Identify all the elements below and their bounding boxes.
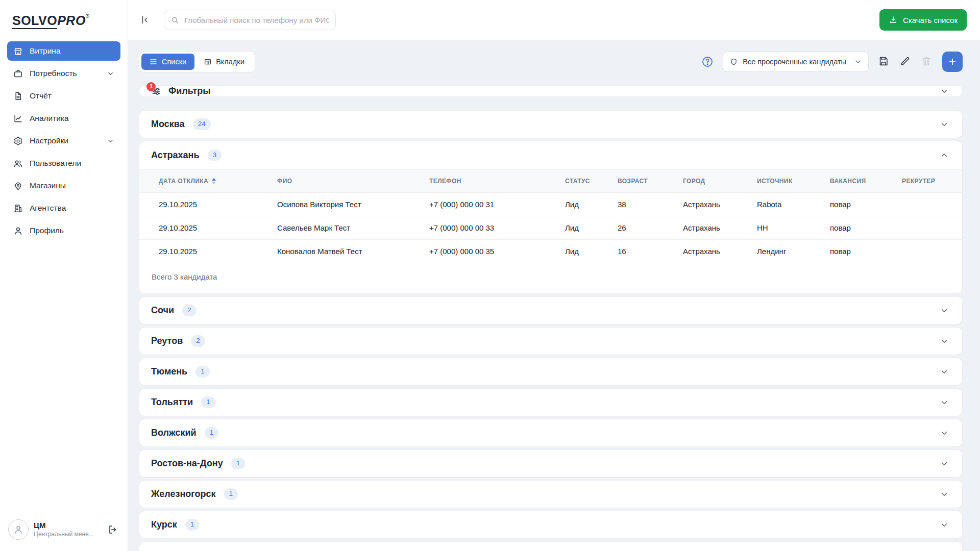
group-moskva[interactable]: Москва 24 (139, 110, 963, 138)
group-title: Астрахань (151, 150, 200, 161)
chevron-down-icon (940, 520, 949, 530)
column-header-date[interactable]: ДАТА ОТКЛИКА (139, 169, 277, 193)
sidebar-item-polzovateli[interactable]: Пользователи (7, 154, 120, 173)
sidebar-item-profil[interactable]: Профиль (7, 221, 120, 240)
group-tolyatti[interactable]: Тольятти 1 (139, 388, 963, 416)
sidebar-item-label: Настройки (30, 136, 68, 145)
group-count-badge: 24 (193, 118, 211, 130)
logo: SOLVOPRO® (0, 0, 128, 38)
group-count-badge: 2 (191, 335, 205, 346)
chevron-down-icon (940, 337, 949, 346)
chevron-up-icon (940, 151, 949, 160)
tab-cards[interactable]: Вкладки (195, 54, 253, 70)
sidebar-item-potrebnost[interactable]: Потребность (7, 64, 120, 83)
group-title: Железногорск (151, 489, 216, 499)
tab-lists[interactable]: Списки (141, 54, 194, 70)
add-list-button[interactable] (942, 52, 963, 72)
profile-role: Центральный мене... (34, 531, 94, 538)
group-kursk[interactable]: Курск 1 (139, 511, 963, 539)
sidebar-item-label: Агентства (30, 204, 66, 213)
edit-button[interactable] (899, 56, 912, 68)
chevron-down-icon (107, 137, 114, 145)
shield-icon (729, 58, 738, 66)
group-sochi[interactable]: Сочи 2 (139, 296, 963, 324)
help-icon[interactable] (701, 56, 714, 68)
column-header-status: СТАТУС (565, 169, 618, 193)
sidebar-item-label: Пользователи (30, 159, 81, 168)
group-count-badge: 1 (195, 366, 210, 377)
chevron-down-icon (854, 58, 862, 66)
candidates-table: ДАТА ОТКЛИКА ФИО ТЕЛЕФОН СТАТУС ВОЗРАСТ … (139, 169, 962, 263)
list-selector-dropdown[interactable]: Все просроченные кандидаты (723, 52, 869, 72)
sidebar-item-label: Потребность (30, 69, 77, 78)
group-card-partial[interactable] (139, 541, 963, 551)
user-icon (13, 226, 23, 236)
group-count-badge: 3 (208, 149, 222, 161)
group-volzhsky[interactable]: Волжский 1 (139, 419, 963, 447)
column-header-source: ИСТОЧНИК (757, 169, 830, 193)
sort-icon (212, 178, 216, 184)
sidebar-item-vitrina[interactable]: Витрина (7, 41, 120, 61)
tab-label: Списки (162, 58, 186, 66)
table-header-row: ДАТА ОТКЛИКА ФИО ТЕЛЕФОН СТАТУС ВОЗРАСТ … (139, 169, 962, 193)
chevron-down-icon (940, 429, 949, 438)
sidebar-item-analitika[interactable]: Аналитика (7, 109, 120, 128)
global-search (164, 10, 336, 30)
group-title: Курск (151, 519, 177, 530)
group-zheleznogorsk[interactable]: Железногорск 1 (139, 480, 963, 508)
sidebar-item-magaziny[interactable]: Магазины (7, 176, 120, 195)
column-header-city: ГОРОД (683, 169, 757, 193)
content: Списки Вкладки Все просроченные кандидат… (128, 40, 980, 551)
column-header-recruiter: РЕКРУТЕР (902, 169, 962, 193)
sidebar-item-agentstva[interactable]: Агентства (7, 198, 120, 218)
chevron-down-icon (940, 490, 949, 499)
group-astrakhan[interactable]: Астрахань 3 ДАТА ОТКЛИКА ФИО (139, 141, 963, 294)
candidate-row[interactable]: 29.10.2025 Осипова Виктория Тест +7 (000… (139, 193, 962, 216)
search-icon (170, 16, 179, 24)
download-list-button[interactable]: Скачать список (879, 9, 967, 31)
sidebar-item-label: Отчёт (30, 91, 52, 101)
group-reutov[interactable]: Реутов 2 (139, 327, 963, 355)
download-icon (889, 15, 898, 24)
group-title: Ростов-на-Дону (151, 458, 223, 469)
chevron-down-icon (107, 70, 114, 78)
group-tyumen[interactable]: Тюмень 1 (139, 358, 963, 386)
logout-icon[interactable] (107, 524, 118, 535)
profile-name: ЦМ (34, 521, 94, 531)
candidate-row[interactable]: 29.10.2025 Савельев Марк Тест +7 (000) 0… (139, 216, 962, 240)
toolbar-row: Списки Вкладки Все просроченные кандидат… (139, 51, 963, 72)
group-count-badge: 1 (185, 519, 200, 530)
sidebar-nav: Витрина Потребность Отчёт Аналитика Наст… (0, 38, 128, 240)
search-input[interactable] (184, 16, 329, 24)
logo-text-primary: SOLVO (12, 13, 57, 29)
sidebar-collapse-button[interactable] (136, 11, 154, 29)
sidebar-item-nastroyki[interactable]: Настройки (7, 131, 120, 151)
sidebar-profile: ЦМ Центральный мене... (0, 512, 128, 551)
sidebar-item-otchet[interactable]: Отчёт (7, 86, 120, 106)
chevron-down-icon (940, 306, 949, 315)
group-count-badge: 1 (201, 396, 215, 408)
group-title: Волжский (151, 428, 197, 438)
city-groups: Москва 24 Астрахань 3 (139, 110, 963, 551)
filters-title: Фильтры (168, 86, 211, 96)
column-header-fio: ФИО (277, 169, 429, 193)
candidate-row[interactable]: 29.10.2025 Коновалов Матвей Тест +7 (000… (139, 240, 962, 263)
group-rostov-na-donu[interactable]: Ростов-на-Дону 1 (139, 449, 963, 478)
column-header-vacancy: ВАКАНСИЯ (830, 169, 902, 193)
chevron-down-icon (940, 398, 949, 407)
group-title: Тольятти (151, 397, 193, 408)
users-icon (13, 159, 23, 168)
column-header-phone: ТЕЛЕФОН (429, 169, 565, 193)
chevron-down-icon (940, 367, 949, 377)
map-pin-icon (13, 181, 23, 191)
filters-panel[interactable]: 1 Фильтры (139, 85, 963, 97)
delete-button[interactable] (921, 56, 933, 68)
download-button-label: Скачать список (903, 16, 958, 24)
save-button[interactable] (878, 56, 890, 68)
group-title: Тюмень (151, 366, 187, 377)
filters-header: 1 Фильтры (151, 86, 211, 96)
filter-sliders-icon: 1 (151, 86, 161, 96)
group-count-badge: 1 (205, 427, 219, 438)
chevron-down-icon (940, 87, 949, 96)
briefcase-icon (13, 69, 23, 79)
